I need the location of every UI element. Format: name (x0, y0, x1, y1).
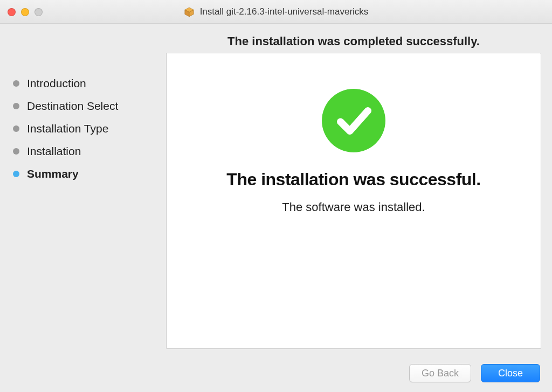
step-label: Summary (27, 167, 79, 180)
content-area: The installation was completed successfu… (0, 24, 552, 392)
svg-point-3 (322, 89, 385, 152)
step-summary: Summary (13, 163, 153, 185)
window-title: Install git-2.16.3-intel-universal-maver… (200, 6, 369, 17)
step-label: Installation Type (27, 122, 108, 135)
package-icon (184, 6, 195, 17)
success-checkmark-icon (321, 88, 387, 153)
step-label: Installation (27, 145, 81, 158)
go-back-button: Go Back (409, 364, 471, 382)
step-label: Destination Select (27, 100, 118, 113)
success-subtitle: The software was installed. (282, 200, 425, 214)
step-destination-select: Destination Select (13, 95, 153, 117)
step-introduction: Introduction (13, 72, 153, 95)
bullet-icon (13, 80, 19, 87)
window-controls (8, 0, 43, 24)
minimize-window-button[interactable] (21, 8, 29, 16)
bullet-icon (13, 125, 19, 132)
summary-panel: The installation was successful. The sof… (166, 53, 541, 349)
bullet-icon (13, 171, 19, 177)
steps-list: Introduction Destination Select Installa… (13, 72, 153, 185)
summary-panel-inner: The installation was successful. The sof… (167, 53, 541, 214)
close-button[interactable]: Close (481, 364, 540, 382)
window-title-area: Install git-2.16.3-intel-universal-maver… (0, 6, 552, 17)
success-title: The installation was successful. (226, 170, 480, 190)
close-window-button[interactable] (8, 8, 16, 16)
zoom-window-button (34, 8, 43, 16)
bullet-icon (13, 103, 19, 109)
step-installation: Installation (13, 140, 153, 163)
titlebar: Install git-2.16.3-intel-universal-maver… (0, 0, 552, 24)
footer-buttons: Go Back Close (409, 364, 540, 382)
installer-headline: The installation was completed successfu… (166, 34, 541, 48)
step-label: Introduction (27, 77, 86, 90)
step-installation-type: Installation Type (13, 117, 153, 140)
bullet-icon (13, 148, 19, 155)
